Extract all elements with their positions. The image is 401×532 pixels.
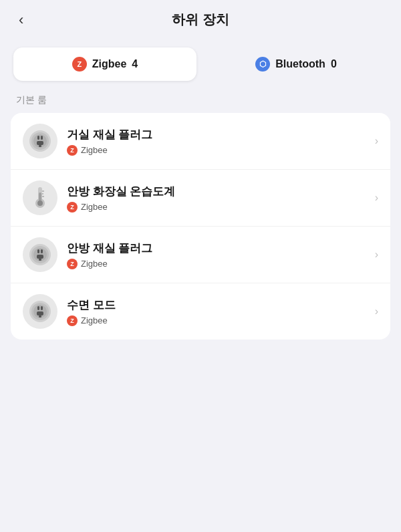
tab-zigbee[interactable]: Z Zigbee 4 xyxy=(13,47,196,81)
svg-rect-3 xyxy=(37,136,39,140)
svg-rect-5 xyxy=(37,141,43,145)
list-item[interactable]: 거실 재실 플러그 Z Zigbee › xyxy=(11,113,390,170)
chevron-icon-4: › xyxy=(375,305,378,317)
svg-point-10 xyxy=(37,201,43,206)
device-type-1: Z Zigbee xyxy=(67,145,370,156)
list-item[interactable]: 안방 화장실 온습도계 Z Zigbee › xyxy=(11,170,390,227)
device-info-4: 수면 모드 Z Zigbee xyxy=(67,297,370,326)
device-icon-plug-3 xyxy=(23,237,57,272)
device-name-3: 안방 재실 플러그 xyxy=(67,241,370,256)
bluetooth-icon: ⬡ xyxy=(255,57,270,72)
device-name-4: 수면 모드 xyxy=(67,297,370,313)
zigbee-badge-3: Z xyxy=(67,259,78,269)
device-name-2: 안방 화장실 온습도계 xyxy=(67,184,370,199)
device-icon-thermo-2 xyxy=(23,180,57,215)
zigbee-badge-2: Z xyxy=(67,202,78,213)
device-protocol-3: Zigbee xyxy=(81,259,108,269)
svg-rect-4 xyxy=(41,136,43,140)
device-icon-plug-4 xyxy=(23,294,57,329)
device-type-3: Z Zigbee xyxy=(67,259,370,269)
svg-rect-18 xyxy=(41,249,43,253)
page-title: 하위 장치 xyxy=(172,11,229,29)
tab-zigbee-label: Zigbee xyxy=(92,58,127,70)
device-icon-plug-1 xyxy=(23,124,57,158)
device-protocol-1: Zigbee xyxy=(81,145,108,155)
svg-rect-6 xyxy=(39,145,41,147)
device-type-4: Z Zigbee xyxy=(67,315,370,326)
device-info-2: 안방 화장실 온습도계 Z Zigbee xyxy=(67,184,370,213)
tab-zigbee-count: 4 xyxy=(132,58,138,70)
zigbee-badge-1: Z xyxy=(67,145,78,156)
tab-bluetooth-count: 0 xyxy=(331,58,337,70)
device-list: 거실 재실 플러그 Z Zigbee › 안방 화장실 온습도계 Z xyxy=(11,113,390,340)
device-info-3: 안방 재실 플러그 Z Zigbee xyxy=(67,241,370,269)
chevron-icon-1: › xyxy=(375,135,378,147)
tab-bluetooth[interactable]: ⬡ Bluetooth 0 xyxy=(205,47,388,81)
svg-rect-19 xyxy=(37,255,43,259)
section-label: 기본 룸 xyxy=(0,89,401,113)
list-item[interactable]: 안방 재실 플러그 Z Zigbee › xyxy=(11,227,390,283)
svg-rect-9 xyxy=(39,192,41,202)
chevron-icon-3: › xyxy=(375,249,378,261)
device-info-1: 거실 재실 플러그 Z Zigbee xyxy=(67,127,370,156)
device-protocol-4: Zigbee xyxy=(81,315,108,325)
zigbee-icon: Z xyxy=(72,57,87,72)
back-button[interactable]: ‹ xyxy=(13,9,29,31)
tab-bluetooth-label: Bluetooth xyxy=(275,58,325,70)
list-item[interactable]: 수면 모드 Z Zigbee › xyxy=(11,283,390,340)
svg-rect-20 xyxy=(39,259,41,261)
chevron-icon-2: › xyxy=(375,192,378,204)
svg-rect-27 xyxy=(39,315,41,317)
svg-rect-25 xyxy=(41,306,43,310)
device-name-1: 거실 재실 플러그 xyxy=(67,127,370,142)
svg-rect-24 xyxy=(37,306,39,310)
tab-bar: Z Zigbee 4 ⬡ Bluetooth 0 xyxy=(0,39,401,89)
header: ‹ 하위 장치 xyxy=(0,0,401,39)
svg-rect-17 xyxy=(37,249,39,253)
device-type-2: Z Zigbee xyxy=(67,202,370,213)
device-protocol-2: Zigbee xyxy=(81,202,108,212)
svg-rect-26 xyxy=(37,311,43,315)
zigbee-badge-4: Z xyxy=(67,315,78,326)
